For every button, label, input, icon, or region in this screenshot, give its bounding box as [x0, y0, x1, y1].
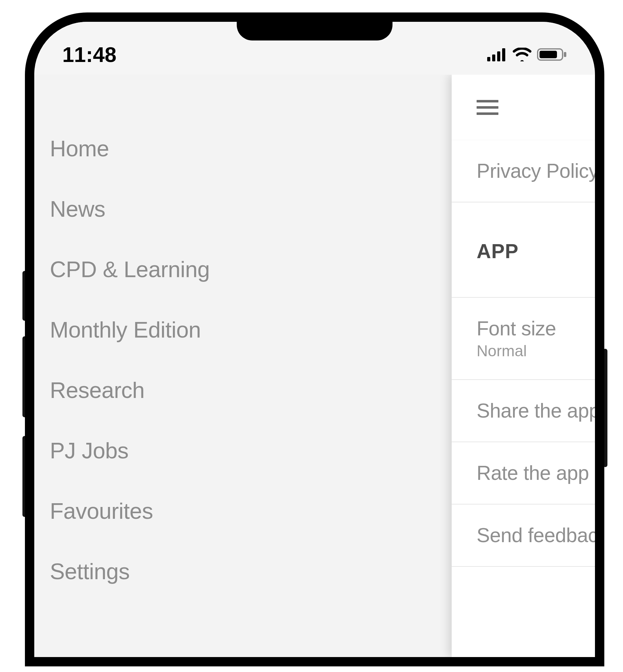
settings-row-privacy-policy[interactable]: Privacy Policy — [452, 140, 595, 203]
screen-content: Home News CPD & Learning Monthly Edition… — [34, 75, 595, 657]
settings-section-title: APP — [477, 240, 595, 263]
svg-rect-6 — [564, 52, 566, 57]
nav-item-label: PJ Jobs — [50, 438, 129, 463]
settings-list: Privacy Policy APP Font size Normal Shar… — [452, 140, 595, 567]
phone-screen: 11:48 — [34, 22, 595, 657]
phone-frame: 11:48 — [25, 12, 604, 666]
settings-row-share-app[interactable]: Share the app — [452, 380, 595, 442]
nav-item-cpd-learning[interactable]: CPD & Learning — [50, 239, 436, 300]
battery-icon — [537, 48, 567, 61]
nav-item-label: CPD & Learning — [50, 257, 210, 282]
nav-item-label: News — [50, 196, 105, 221]
wifi-icon — [513, 48, 531, 61]
nav-drawer: Home News CPD & Learning Monthly Edition… — [34, 75, 452, 657]
svg-rect-1 — [492, 55, 495, 61]
settings-row-label: Send feedback — [477, 524, 595, 547]
nav-item-research[interactable]: Research — [50, 360, 436, 420]
settings-row-label: Share the app — [477, 399, 595, 422]
status-icons — [487, 48, 567, 61]
nav-item-label: Favourites — [50, 498, 153, 523]
svg-rect-2 — [497, 51, 500, 61]
svg-rect-5 — [539, 51, 557, 58]
nav-item-news[interactable]: News — [50, 179, 436, 239]
settings-row-font-size[interactable]: Font size Normal — [452, 298, 595, 380]
settings-row-label: Font size — [477, 317, 595, 340]
svg-rect-3 — [502, 48, 505, 61]
settings-row-label: Privacy Policy — [477, 159, 595, 182]
hamburger-icon[interactable] — [477, 100, 498, 115]
phone-notch — [237, 22, 392, 40]
nav-item-label: Home — [50, 136, 109, 161]
settings-row-send-feedback[interactable]: Send feedback — [452, 505, 595, 567]
settings-page: Privacy Policy APP Font size Normal Shar… — [452, 75, 595, 657]
nav-item-label: Settings — [50, 559, 129, 584]
nav-item-label: Research — [50, 378, 145, 403]
cellular-signal-icon — [487, 48, 507, 61]
nav-item-pj-jobs[interactable]: PJ Jobs — [50, 420, 436, 481]
page-header — [452, 75, 595, 140]
nav-item-label: Monthly Edition — [50, 317, 201, 342]
nav-item-home[interactable]: Home — [50, 118, 436, 179]
settings-section-header-app: APP — [452, 203, 595, 298]
nav-item-settings[interactable]: Settings — [50, 541, 436, 602]
nav-item-monthly-edition[interactable]: Monthly Edition — [50, 300, 436, 360]
svg-rect-0 — [487, 57, 490, 61]
status-time: 11:48 — [62, 42, 117, 67]
nav-item-favourites[interactable]: Favourites — [50, 481, 436, 541]
settings-row-label: Rate the app — [477, 461, 595, 485]
settings-row-rate-app[interactable]: Rate the app — [452, 442, 595, 505]
settings-row-value: Normal — [477, 342, 595, 360]
